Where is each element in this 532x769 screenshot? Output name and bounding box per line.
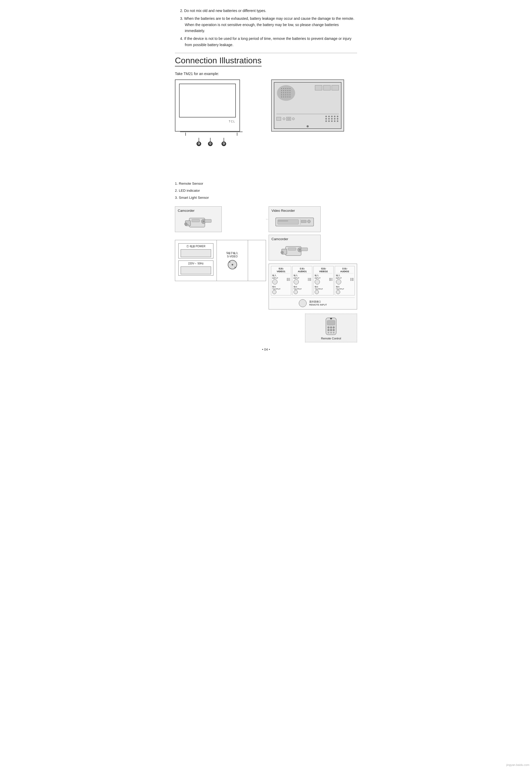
svg-rect-19 — [301, 248, 308, 251]
camcorder-box-right: Camcorder — [269, 235, 321, 261]
audio1-title: 音频1 — [294, 267, 311, 270]
instruction-item-3: 3. When the batteries are to be exhauste… — [180, 16, 357, 34]
panel-inner — [274, 82, 341, 129]
instruction-item-2: 2. Do not mix old and new batteries or d… — [180, 8, 357, 14]
audio1-sub: AUDIO1 — [294, 270, 311, 273]
tv-base — [180, 131, 243, 132]
svg-rect-20 — [288, 248, 296, 250]
remote-input-connector — [299, 299, 307, 307]
video-recorder-icon — [271, 214, 318, 230]
panel-bottom-dot — [307, 125, 309, 127]
svg-point-31 — [328, 332, 329, 333]
video1-output-group: 输出*OUTPUT — [272, 286, 290, 294]
io-channel-panel: 视频1 VIDEO1 输入INPUT — [269, 264, 357, 310]
example-label: Take TM21 for an example: — [175, 72, 357, 76]
svideo-connector — [228, 260, 237, 269]
svideo-label: 5端子输入 S-VIDEO — [226, 251, 238, 258]
svideo-panel: 5端子输入 S-VIDEO — [217, 240, 248, 281]
audio2-channel: 音频2 AUDIO2 输入INPUT — [335, 266, 355, 295]
video1-sub: VIDEO1 — [272, 270, 290, 273]
power-block-main: ① 电源 POWER — [178, 243, 213, 259]
power-label: ① 电源 POWER — [181, 245, 211, 248]
video1-output-conn — [272, 290, 276, 294]
svg-rect-4 — [205, 219, 211, 223]
audio2-title: 音频2 — [336, 267, 354, 270]
video2-input-label: 输入INPUT — [315, 274, 321, 279]
sensor-num3: ③ — [197, 141, 201, 146]
camcorder-icon-left — [178, 214, 219, 230]
video1-input-conn — [272, 279, 277, 285]
video1-input-label: 输入INPUT — [272, 274, 278, 279]
instruction-item-4: 4. If the device is not to be used for a… — [180, 36, 357, 48]
audio2-output-conn — [336, 290, 340, 294]
svg-rect-11 — [301, 220, 306, 223]
remote-input-section: 遥控器接口 REMOTE INPUT — [271, 298, 355, 307]
video2-channel: 视频2 VIDEO2 输入INPUT — [313, 266, 334, 295]
audio2-input-conn — [336, 279, 341, 285]
video-recorder-wrapper: Video Recorder — [269, 206, 357, 232]
remote-control-icon — [308, 316, 354, 337]
left-connection-col: Camcorder — [175, 206, 266, 281]
tv-front-diagram: TCL — [175, 79, 240, 131]
svg-point-33 — [333, 332, 334, 333]
power-panel: ① 电源 POWER 220V～ 50Hz — [175, 240, 217, 281]
video2-output-label: 输出*OUTPUT — [315, 286, 332, 290]
svg-point-28 — [327, 329, 330, 331]
right-connection-col: Video Recorder Camcorder — [269, 206, 357, 310]
svg-point-25 — [327, 326, 330, 329]
svg-rect-24 — [327, 320, 335, 325]
svg-point-18 — [299, 249, 301, 251]
audio1-output-label: 输出*OUTPUT — [294, 286, 311, 290]
sensor-num2: ② — [221, 141, 226, 146]
svg-point-30 — [333, 329, 335, 331]
panel-slots — [315, 85, 339, 90]
audio1-input-conn — [294, 279, 299, 285]
remote-input-english: REMOTE INPUT — [309, 304, 327, 306]
remote-control-box: Remote Control — [305, 314, 357, 342]
svg-point-26 — [330, 326, 332, 329]
svg-point-12 — [307, 220, 311, 223]
svg-point-27 — [333, 326, 335, 329]
camcorder2-wrapper: Camcorder — [269, 235, 357, 261]
camcorder-box-left: Camcorder — [175, 206, 222, 232]
camcorder-label-left: Camcorder — [178, 209, 219, 213]
video1-title: 视频1 — [272, 267, 290, 270]
voltage-rect — [181, 267, 211, 274]
main-diagram: TCL ③ ① ② — [175, 79, 357, 164]
device-connection-layout: Camcorder — [175, 206, 357, 310]
video2-sub: VIDEO2 — [315, 270, 332, 273]
video2-dots — [329, 278, 332, 281]
remote-control-section: Remote Control — [175, 314, 357, 342]
sensor-item-3: 3. Smart Light Sensor — [175, 194, 357, 201]
power-block-voltage: 220V～ 50Hz — [178, 261, 213, 276]
speaker-grille — [277, 85, 295, 101]
sensor-item-2: 2. LED indicator — [175, 187, 357, 194]
audio2-dots — [350, 278, 353, 281]
video2-output-group: 输出*OUTPUT — [315, 286, 332, 294]
sensor-num1: ① — [208, 141, 213, 146]
audio1-input-label: 输入INPUT — [294, 274, 300, 279]
video2-input-conn — [315, 279, 320, 285]
page-number: • 04 • — [175, 348, 357, 351]
instructions-section: 2. Do not mix old and new batteries or d… — [175, 8, 357, 48]
power-svideo-panel: ① 电源 POWER 220V～ 50Hz 5端子输入 S-VIDEO — [175, 240, 266, 281]
audio1-output-group: 输出*OUTPUT — [294, 286, 311, 294]
tv-feet — [175, 132, 248, 136]
remote-input-chinese: 遥控器接口 — [309, 300, 327, 304]
video-recorder-label: Video Recorder — [271, 209, 318, 213]
video1-dots — [287, 278, 290, 281]
svg-point-3 — [202, 221, 205, 223]
audio1-channel: 音频1 AUDIO1 输入INPUT — [292, 266, 313, 295]
svg-rect-13 — [278, 221, 288, 222]
panel-buttons-row — [276, 114, 339, 122]
tv-panel-diagram — [271, 79, 344, 131]
video-recorder-box: Video Recorder — [269, 206, 321, 232]
sensor-labels: 1. Remote Sensor 2. LED indicator 3. Sma… — [175, 180, 357, 201]
video1-channel: 视频1 VIDEO1 输入INPUT — [271, 266, 291, 295]
svg-point-32 — [330, 332, 332, 333]
audio2-output-group: 输出*OUTPUT — [336, 286, 354, 294]
audio1-output-conn — [294, 290, 298, 294]
remote-input-label-group: 遥控器接口 REMOTE INPUT — [309, 300, 327, 306]
camcorder-icon-right — [271, 243, 318, 258]
svg-point-34 — [330, 318, 332, 319]
